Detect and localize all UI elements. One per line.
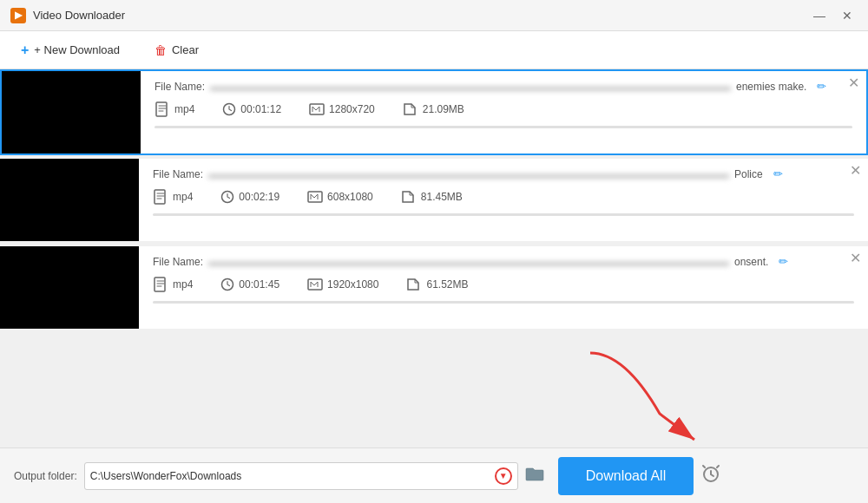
dropdown-button[interactable]: ▼ <box>495 467 512 485</box>
size-value: 21.09MB <box>423 103 464 115</box>
file-name-row: File Name: ▬▬▬▬▬▬▬▬▬▬▬▬▬▬▬▬▬▬▬▬▬▬▬▬▬▬▬▬▬… <box>153 255 854 268</box>
format-item: mp4 <box>153 277 193 292</box>
video-info: File Name: ▬▬▬▬▬▬▬▬▬▬▬▬▬▬▬▬▬▬▬▬▬▬▬▬▬▬▬▬▬… <box>141 71 866 154</box>
format-value: mp4 <box>174 103 194 115</box>
progress-bar <box>153 213 854 216</box>
plus-icon: + <box>21 42 29 58</box>
download-all-label: Download All <box>586 468 667 483</box>
size-item: 61.52MB <box>406 278 468 291</box>
meta-row: mp4 00:01:45 1920x1080 <box>153 277 854 292</box>
app-title: Video Downloader <box>33 9 809 22</box>
bottom-bar: Output folder: ▼ Download All <box>0 447 868 503</box>
title-bar: ▶ Video Downloader — ✕ <box>0 0 868 31</box>
file-name-label: File Name: <box>155 81 205 93</box>
clock-icon <box>220 278 234 291</box>
file-size-icon <box>406 278 422 291</box>
format-icon <box>155 101 170 117</box>
duration-item: 00:01:45 <box>220 278 279 291</box>
file-size-icon <box>403 102 418 116</box>
app-icon: ▶ <box>10 8 26 23</box>
video-item: File Name: ▬▬▬▬▬▬▬▬▬▬▬▬▬▬▬▬▬▬▬▬▬▬▬▬▬▬▬▬▬… <box>0 159 868 246</box>
video-thumbnail <box>2 71 141 154</box>
svg-rect-0 <box>156 102 167 116</box>
duration-item: 00:01:12 <box>222 102 281 116</box>
download-all-button[interactable]: Download All <box>558 457 694 495</box>
progress-bar <box>155 126 852 128</box>
remove-video-button[interactable]: ✕ <box>850 252 861 265</box>
output-folder-input-wrap: ▼ <box>84 462 518 490</box>
meta-row: mp4 00:02:19 608x1080 <box>153 189 854 205</box>
duration-value: 00:02:19 <box>239 191 279 203</box>
clock-icon <box>220 190 234 204</box>
size-value: 81.45MB <box>421 191 463 203</box>
format-value: mp4 <box>173 278 193 291</box>
edit-filename-icon[interactable]: ✏ <box>817 80 826 93</box>
alarm-button[interactable] <box>700 463 721 488</box>
resolution-value: 1920x1080 <box>327 278 378 291</box>
file-name-row: File Name: ▬▬▬▬▬▬▬▬▬▬▬▬▬▬▬▬▬▬▬▬▬▬▬▬▬▬▬▬▬… <box>155 80 852 93</box>
remove-video-button[interactable]: ✕ <box>850 164 861 178</box>
resolution-icon <box>309 103 325 115</box>
new-download-button[interactable]: + + New Download <box>14 39 127 62</box>
video-list: File Name: ▬▬▬▬▬▬▬▬▬▬▬▬▬▬▬▬▬▬▬▬▬▬▬▬▬▬▬▬▬… <box>0 69 868 447</box>
duration-value: 00:01:45 <box>239 278 279 291</box>
duration-value: 00:01:12 <box>240 103 281 115</box>
resolution-icon <box>307 191 323 203</box>
clock-icon <box>222 102 236 116</box>
clear-button[interactable]: 🗑 Clear <box>148 40 206 61</box>
video-thumbnail <box>0 246 139 329</box>
edit-filename-icon[interactable]: ✏ <box>779 255 788 268</box>
file-name-label: File Name: <box>153 168 203 180</box>
remove-video-button[interactable]: ✕ <box>848 76 859 90</box>
trash-icon: 🗑 <box>155 43 167 57</box>
close-button[interactable]: ✕ <box>837 5 858 26</box>
output-folder-input[interactable] <box>90 470 495 482</box>
toolbar: + + New Download 🗑 Clear <box>0 31 868 69</box>
size-value: 61.52MB <box>426 278 468 291</box>
window-controls: — ✕ <box>809 5 858 26</box>
video-info: File Name: ▬▬▬▬▬▬▬▬▬▬▬▬▬▬▬▬▬▬▬▬▬▬▬▬▬▬▬▬▬… <box>139 246 868 329</box>
file-name-row: File Name: ▬▬▬▬▬▬▬▬▬▬▬▬▬▬▬▬▬▬▬▬▬▬▬▬▬▬▬▬▬… <box>153 167 854 180</box>
format-icon <box>153 189 168 205</box>
svg-rect-6 <box>155 278 165 291</box>
resolution-icon <box>307 278 323 291</box>
duration-item: 00:02:19 <box>220 190 279 204</box>
svg-rect-3 <box>155 190 165 204</box>
browse-folder-button[interactable] <box>525 466 544 486</box>
progress-bar <box>153 301 854 304</box>
resolution-value: 1280x720 <box>329 103 375 115</box>
size-item: 81.45MB <box>401 190 463 204</box>
clear-label: Clear <box>172 43 199 56</box>
format-item: mp4 <box>153 189 193 205</box>
format-item: mp4 <box>155 101 194 117</box>
minimize-button[interactable]: — <box>809 5 830 26</box>
video-info: File Name: ▬▬▬▬▬▬▬▬▬▬▬▬▬▬▬▬▬▬▬▬▬▬▬▬▬▬▬▬▬… <box>139 159 868 241</box>
video-item: File Name: ▬▬▬▬▬▬▬▬▬▬▬▬▬▬▬▬▬▬▬▬▬▬▬▬▬▬▬▬▬… <box>0 246 868 334</box>
format-value: mp4 <box>173 191 193 203</box>
file-name-label: File Name: <box>153 256 203 268</box>
new-download-label: + New Download <box>34 43 120 56</box>
file-size-icon <box>401 190 417 204</box>
edit-filename-icon[interactable]: ✏ <box>773 167 783 180</box>
format-icon <box>153 277 168 292</box>
video-thumbnail <box>0 159 139 241</box>
output-folder-label: Output folder: <box>14 470 77 482</box>
video-item: File Name: ▬▬▬▬▬▬▬▬▬▬▬▬▬▬▬▬▬▬▬▬▬▬▬▬▬▬▬▬▬… <box>0 69 868 155</box>
meta-row: mp4 00:01:12 1280x720 <box>155 101 852 117</box>
resolution-value: 608x1080 <box>327 191 373 203</box>
resolution-item: 1920x1080 <box>307 278 378 291</box>
size-item: 21.09MB <box>403 102 464 116</box>
resolution-item: 1280x720 <box>309 103 375 115</box>
resolution-item: 608x1080 <box>307 191 373 203</box>
